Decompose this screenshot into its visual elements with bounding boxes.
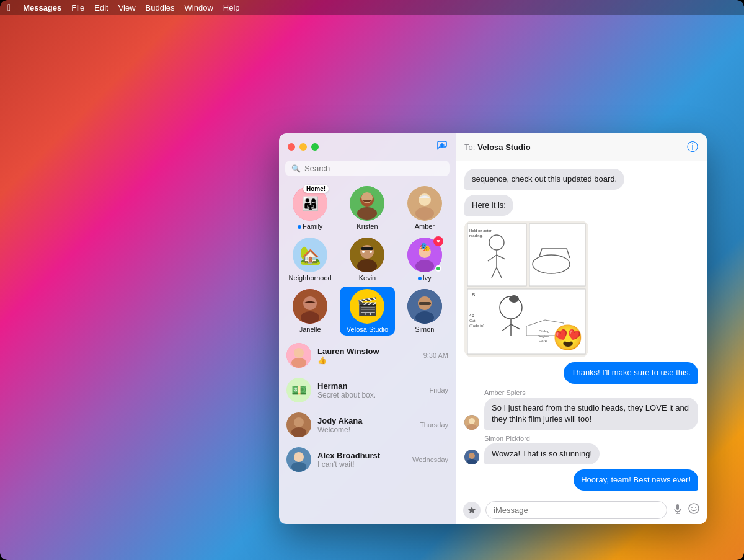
maximize-button[interactable] bbox=[311, 143, 319, 151]
ivy-name: Ivy bbox=[418, 274, 432, 282]
alex-avatar bbox=[286, 447, 311, 472]
audio-button[interactable] bbox=[672, 503, 683, 517]
msg-hooray: Hooray, team! Best news ever! bbox=[574, 469, 698, 491]
svg-point-31 bbox=[291, 427, 306, 437]
menu-edit[interactable]: Edit bbox=[94, 3, 108, 12]
message-input[interactable] bbox=[485, 501, 667, 519]
svg-point-34 bbox=[291, 462, 306, 472]
apple-menu[interactable]:  bbox=[7, 2, 11, 12]
simon-mini-avatar bbox=[464, 450, 479, 464]
kristen-name: Kristen bbox=[356, 223, 378, 230]
msg-amber-group: Amber Spiers So I just heard from the st… bbox=[464, 389, 698, 430]
conv-item-lauren[interactable]: Lauren Winslow 👍 9:30 AM bbox=[279, 338, 456, 373]
svg-text:Cut: Cut bbox=[469, 319, 476, 322]
menu-messages[interactable]: Messages bbox=[23, 3, 61, 12]
svg-point-71 bbox=[695, 507, 696, 508]
janelle-avatar bbox=[293, 289, 327, 324]
amber-mini-avatar bbox=[464, 415, 479, 430]
conv-item-alex[interactable]: Alex Broadhurst I can't wait! Wednesday bbox=[279, 442, 456, 477]
amber-avatar bbox=[407, 186, 442, 221]
chat-header: To: Velosa Studio ⓘ bbox=[456, 133, 707, 161]
svg-point-27 bbox=[294, 348, 304, 358]
velosa-avatar: 🎬 bbox=[350, 289, 384, 324]
kevin-name: Kevin bbox=[359, 274, 376, 282]
jody-name: Jody Akana bbox=[317, 416, 414, 425]
bubble-simon: Wowza! That is so stunning! bbox=[484, 443, 600, 464]
app-store-button[interactable] bbox=[463, 502, 480, 519]
svg-point-24 bbox=[415, 311, 434, 324]
bubble-thanks: Thanks! I'll make sure to use this. bbox=[564, 362, 698, 383]
svg-point-64 bbox=[469, 453, 475, 459]
svg-point-13 bbox=[362, 251, 365, 253]
pinned-item-kevin[interactable]: Kevin bbox=[340, 235, 394, 284]
pinned-item-janelle[interactable]: Janelle bbox=[283, 287, 337, 336]
menu-buddies[interactable]: Buddies bbox=[146, 3, 175, 12]
pinned-item-simon[interactable]: Simon bbox=[397, 287, 452, 336]
conv-item-jody[interactable]: Jody Akana Welcome! Thursday bbox=[279, 407, 456, 442]
jody-preview: Welcome! bbox=[317, 425, 414, 434]
menu-window[interactable]: Window bbox=[185, 3, 213, 12]
chat-contact-name: Velosa Studio bbox=[477, 143, 687, 152]
menu-file[interactable]: File bbox=[71, 3, 84, 12]
kevin-avatar bbox=[350, 238, 384, 272]
conv-item-herman[interactable]: 💵 Herman Secret about box. Friday bbox=[279, 373, 456, 407]
pinned-item-ivy[interactable]: 🎭 ♥ Ivy bbox=[397, 235, 452, 284]
svg-point-33 bbox=[294, 452, 304, 462]
alex-preview: I can't wait! bbox=[317, 460, 406, 469]
minimize-button[interactable] bbox=[299, 143, 307, 151]
pinned-item-velosa-studio[interactable]: 🎬 Velosa Studio bbox=[340, 287, 394, 336]
ivy-dot bbox=[418, 277, 422, 280]
messages-area: sequence, check out this updated board. … bbox=[456, 161, 707, 496]
pinned-item-amber[interactable]: Amber bbox=[397, 184, 452, 233]
svg-text:reading.: reading. bbox=[469, 234, 483, 238]
svg-point-17 bbox=[415, 260, 434, 272]
svg-point-14 bbox=[370, 251, 372, 253]
herman-avatar: 💵 bbox=[286, 378, 311, 402]
emoji-button[interactable] bbox=[688, 503, 699, 517]
svg-text:+5: +5 bbox=[469, 292, 476, 298]
simon-name: Simon bbox=[415, 326, 434, 333]
jody-avatar bbox=[286, 412, 311, 437]
new-message-icon[interactable] bbox=[437, 141, 447, 153]
svg-text:Dialog: Dialog bbox=[539, 329, 549, 333]
jody-time: Thursday bbox=[420, 421, 448, 429]
menu-view[interactable]: View bbox=[118, 3, 136, 12]
kristen-avatar bbox=[350, 186, 384, 221]
svg-point-69 bbox=[689, 504, 699, 513]
menu-bar:  Messages File Edit View Buddies Window… bbox=[0, 0, 744, 15]
pinned-item-kristen[interactable]: Kristen bbox=[340, 184, 394, 233]
lauren-content: Lauren Winslow 👍 bbox=[317, 347, 417, 365]
menu-help[interactable]: Help bbox=[223, 3, 240, 12]
input-bar bbox=[456, 496, 707, 524]
family-badge: Home! bbox=[303, 185, 329, 193]
bubble-hooray: Hooray, team! Best news ever! bbox=[574, 469, 698, 491]
pinned-item-neighborhood[interactable]: 🏡 Neighborhood bbox=[283, 235, 337, 284]
pinned-grid: 👨‍👩‍👧 Home! Family bbox=[279, 181, 456, 338]
memoji-overlay: 😍 bbox=[552, 323, 583, 352]
herman-name: Herman bbox=[317, 381, 423, 391]
storyboard-image: Hold on actor reading. bbox=[464, 221, 588, 357]
bubble-sequence: sequence, check out this updated board. bbox=[464, 169, 624, 190]
window-controls bbox=[279, 133, 456, 158]
amber-msg: So I just heard from the studio heads, t… bbox=[464, 398, 698, 430]
pinned-item-family[interactable]: 👨‍👩‍👧 Home! Family bbox=[283, 184, 337, 233]
svg-text:Begins: Begins bbox=[538, 334, 549, 338]
svg-text:👨‍👩‍👧: 👨‍👩‍👧 bbox=[302, 195, 319, 212]
svg-point-21 bbox=[301, 311, 319, 324]
simon-sender-name: Simon Pickford bbox=[484, 435, 698, 442]
msg-simon-group: Simon Pickford Wowza! That is so stunnin… bbox=[464, 435, 698, 464]
neighborhood-name: Neighborhood bbox=[289, 274, 332, 282]
svg-text:Here: Here bbox=[539, 339, 547, 343]
close-button[interactable] bbox=[288, 143, 295, 151]
search-bar[interactable]: 🔍 bbox=[285, 161, 450, 176]
search-input[interactable] bbox=[304, 164, 443, 173]
bubble-amber: So I just heard from the studio heads, t… bbox=[484, 398, 698, 430]
sidebar: 🔍 👨‍👩‍👧 Home! bbox=[279, 133, 456, 524]
msg-sequence: sequence, check out this updated board. bbox=[464, 169, 624, 190]
info-icon[interactable]: ⓘ bbox=[687, 140, 698, 154]
svg-text:46: 46 bbox=[469, 313, 474, 318]
msg-thanks: Thanks! I'll make sure to use this. bbox=[564, 362, 698, 383]
janelle-name: Janelle bbox=[299, 326, 321, 333]
svg-rect-12 bbox=[361, 247, 373, 250]
svg-rect-25 bbox=[418, 302, 431, 305]
